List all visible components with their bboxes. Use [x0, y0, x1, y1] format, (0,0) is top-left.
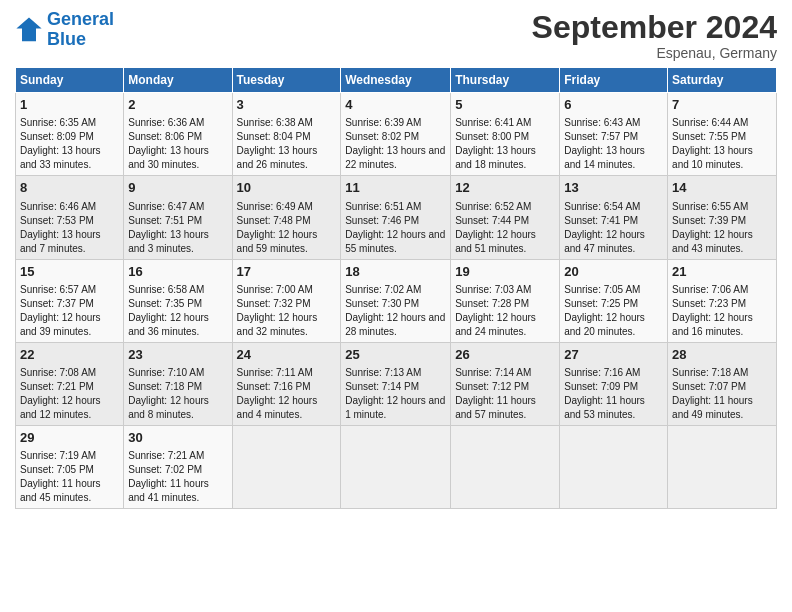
sunset: Sunset: 7:23 PM — [672, 298, 746, 309]
day-number: 8 — [20, 179, 119, 197]
table-row: 25Sunrise: 7:13 AMSunset: 7:14 PMDayligh… — [341, 342, 451, 425]
sunrise: Sunrise: 7:08 AM — [20, 367, 96, 378]
daylight: Daylight: 12 hours and 36 minutes. — [128, 312, 209, 337]
sunrise: Sunrise: 6:41 AM — [455, 117, 531, 128]
table-row: 4Sunrise: 6:39 AMSunset: 8:02 PMDaylight… — [341, 93, 451, 176]
calendar-week-row: 8Sunrise: 6:46 AMSunset: 7:53 PMDaylight… — [16, 176, 777, 259]
table-row: 19Sunrise: 7:03 AMSunset: 7:28 PMDayligh… — [451, 259, 560, 342]
sunset: Sunset: 7:41 PM — [564, 215, 638, 226]
day-number: 28 — [672, 346, 772, 364]
table-row — [668, 425, 777, 508]
table-row: 23Sunrise: 7:10 AMSunset: 7:18 PMDayligh… — [124, 342, 232, 425]
table-row: 24Sunrise: 7:11 AMSunset: 7:16 PMDayligh… — [232, 342, 341, 425]
sunset: Sunset: 7:09 PM — [564, 381, 638, 392]
svg-marker-0 — [16, 17, 41, 41]
sunrise: Sunrise: 6:47 AM — [128, 201, 204, 212]
sunset: Sunset: 7:57 PM — [564, 131, 638, 142]
day-number: 5 — [455, 96, 555, 114]
calendar-week-row: 29Sunrise: 7:19 AMSunset: 7:05 PMDayligh… — [16, 425, 777, 508]
daylight: Daylight: 13 hours and 3 minutes. — [128, 229, 209, 254]
sunrise: Sunrise: 6:52 AM — [455, 201, 531, 212]
sunrise: Sunrise: 7:05 AM — [564, 284, 640, 295]
table-row: 16Sunrise: 6:58 AMSunset: 7:35 PMDayligh… — [124, 259, 232, 342]
table-row: 3Sunrise: 6:38 AMSunset: 8:04 PMDaylight… — [232, 93, 341, 176]
sunset: Sunset: 8:00 PM — [455, 131, 529, 142]
daylight: Daylight: 13 hours and 22 minutes. — [345, 145, 445, 170]
col-sunday: Sunday — [16, 68, 124, 93]
daylight: Daylight: 13 hours and 26 minutes. — [237, 145, 318, 170]
month-title: September 2024 — [532, 10, 777, 45]
table-row: 18Sunrise: 7:02 AMSunset: 7:30 PMDayligh… — [341, 259, 451, 342]
sunrise: Sunrise: 7:03 AM — [455, 284, 531, 295]
daylight: Daylight: 12 hours and 43 minutes. — [672, 229, 753, 254]
day-number: 27 — [564, 346, 663, 364]
sunrise: Sunrise: 7:19 AM — [20, 450, 96, 461]
day-number: 1 — [20, 96, 119, 114]
sunset: Sunset: 7:14 PM — [345, 381, 419, 392]
sunrise: Sunrise: 7:00 AM — [237, 284, 313, 295]
table-row: 11Sunrise: 6:51 AMSunset: 7:46 PMDayligh… — [341, 176, 451, 259]
table-row: 13Sunrise: 6:54 AMSunset: 7:41 PMDayligh… — [560, 176, 668, 259]
logo-text: General Blue — [47, 10, 114, 50]
daylight: Daylight: 11 hours and 53 minutes. — [564, 395, 645, 420]
sunset: Sunset: 7:32 PM — [237, 298, 311, 309]
day-number: 26 — [455, 346, 555, 364]
logo: General Blue — [15, 10, 114, 50]
col-friday: Friday — [560, 68, 668, 93]
table-row: 15Sunrise: 6:57 AMSunset: 7:37 PMDayligh… — [16, 259, 124, 342]
sunrise: Sunrise: 6:44 AM — [672, 117, 748, 128]
day-number: 17 — [237, 263, 337, 281]
sunset: Sunset: 7:30 PM — [345, 298, 419, 309]
daylight: Daylight: 12 hours and 12 minutes. — [20, 395, 101, 420]
sunrise: Sunrise: 7:11 AM — [237, 367, 313, 378]
logo-icon — [15, 16, 43, 44]
day-number: 2 — [128, 96, 227, 114]
daylight: Daylight: 13 hours and 7 minutes. — [20, 229, 101, 254]
table-row: 20Sunrise: 7:05 AMSunset: 7:25 PMDayligh… — [560, 259, 668, 342]
sunset: Sunset: 8:04 PM — [237, 131, 311, 142]
sunrise: Sunrise: 6:39 AM — [345, 117, 421, 128]
sunset: Sunset: 7:53 PM — [20, 215, 94, 226]
sunset: Sunset: 8:06 PM — [128, 131, 202, 142]
table-row: 6Sunrise: 6:43 AMSunset: 7:57 PMDaylight… — [560, 93, 668, 176]
table-row: 8Sunrise: 6:46 AMSunset: 7:53 PMDaylight… — [16, 176, 124, 259]
daylight: Daylight: 12 hours and 32 minutes. — [237, 312, 318, 337]
table-row — [341, 425, 451, 508]
table-row: 7Sunrise: 6:44 AMSunset: 7:55 PMDaylight… — [668, 93, 777, 176]
daylight: Daylight: 13 hours and 33 minutes. — [20, 145, 101, 170]
sunrise: Sunrise: 6:49 AM — [237, 201, 313, 212]
sunset: Sunset: 7:55 PM — [672, 131, 746, 142]
table-row: 14Sunrise: 6:55 AMSunset: 7:39 PMDayligh… — [668, 176, 777, 259]
sunrise: Sunrise: 6:43 AM — [564, 117, 640, 128]
table-row: 28Sunrise: 7:18 AMSunset: 7:07 PMDayligh… — [668, 342, 777, 425]
sunrise: Sunrise: 7:18 AM — [672, 367, 748, 378]
sunset: Sunset: 7:07 PM — [672, 381, 746, 392]
calendar-week-row: 1Sunrise: 6:35 AMSunset: 8:09 PMDaylight… — [16, 93, 777, 176]
sunset: Sunset: 7:39 PM — [672, 215, 746, 226]
table-row: 5Sunrise: 6:41 AMSunset: 8:00 PMDaylight… — [451, 93, 560, 176]
calendar-table: Sunday Monday Tuesday Wednesday Thursday… — [15, 67, 777, 509]
col-tuesday: Tuesday — [232, 68, 341, 93]
table-row: 17Sunrise: 7:00 AMSunset: 7:32 PMDayligh… — [232, 259, 341, 342]
sunrise: Sunrise: 6:57 AM — [20, 284, 96, 295]
day-number: 22 — [20, 346, 119, 364]
day-number: 11 — [345, 179, 446, 197]
sunset: Sunset: 8:02 PM — [345, 131, 419, 142]
day-number: 18 — [345, 263, 446, 281]
daylight: Daylight: 12 hours and 55 minutes. — [345, 229, 445, 254]
sunset: Sunset: 7:46 PM — [345, 215, 419, 226]
sunset: Sunset: 7:44 PM — [455, 215, 529, 226]
sunset: Sunset: 7:16 PM — [237, 381, 311, 392]
day-number: 19 — [455, 263, 555, 281]
table-row: 26Sunrise: 7:14 AMSunset: 7:12 PMDayligh… — [451, 342, 560, 425]
col-monday: Monday — [124, 68, 232, 93]
daylight: Daylight: 12 hours and 16 minutes. — [672, 312, 753, 337]
daylight: Daylight: 13 hours and 10 minutes. — [672, 145, 753, 170]
sunset: Sunset: 7:37 PM — [20, 298, 94, 309]
logo-general: General — [47, 9, 114, 29]
table-row: 30Sunrise: 7:21 AMSunset: 7:02 PMDayligh… — [124, 425, 232, 508]
daylight: Daylight: 12 hours and 4 minutes. — [237, 395, 318, 420]
header-row: Sunday Monday Tuesday Wednesday Thursday… — [16, 68, 777, 93]
daylight: Daylight: 12 hours and 59 minutes. — [237, 229, 318, 254]
sunrise: Sunrise: 7:10 AM — [128, 367, 204, 378]
